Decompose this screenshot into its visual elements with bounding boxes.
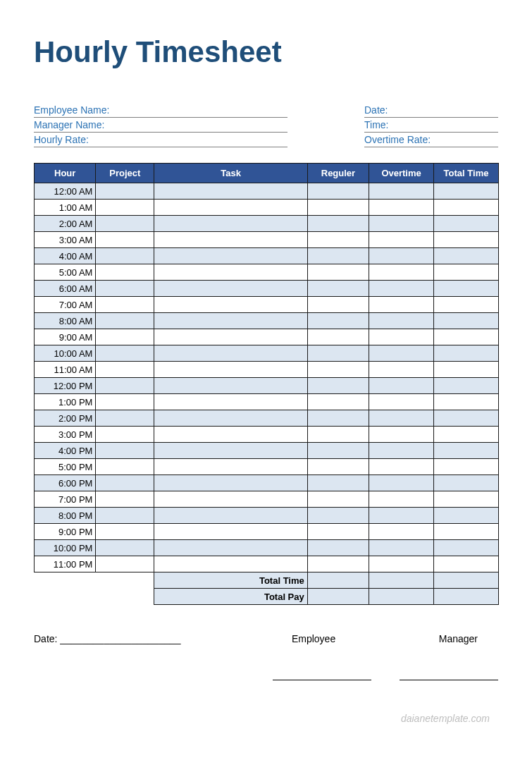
cell-task[interactable] xyxy=(154,329,307,345)
cell-task[interactable] xyxy=(154,313,307,329)
cell-overtime[interactable] xyxy=(369,313,434,329)
cell-reguler[interactable] xyxy=(307,232,369,248)
cell-overtime[interactable] xyxy=(369,345,434,362)
cell-project[interactable] xyxy=(96,264,154,281)
cell-total[interactable] xyxy=(434,281,499,297)
cell-overtime[interactable] xyxy=(369,183,434,200)
cell-total[interactable] xyxy=(434,410,499,427)
cell-total[interactable] xyxy=(434,313,499,329)
cell-overtime[interactable] xyxy=(369,524,434,540)
cell-project[interactable] xyxy=(96,216,154,232)
cell-total[interactable] xyxy=(434,183,499,200)
cell-total[interactable] xyxy=(434,540,499,556)
cell-task[interactable] xyxy=(154,281,307,297)
cell-task[interactable] xyxy=(154,378,307,394)
cell-reguler[interactable] xyxy=(307,443,369,459)
cell-project[interactable] xyxy=(96,232,154,248)
cell-total[interactable] xyxy=(434,264,499,281)
manager-signature-line[interactable] xyxy=(400,680,498,680)
employee-signature-line[interactable] xyxy=(273,680,371,680)
cell-reguler[interactable] xyxy=(307,216,369,232)
total-pay-overtime[interactable] xyxy=(369,589,434,605)
cell-task[interactable] xyxy=(154,264,307,281)
cell-project[interactable] xyxy=(96,410,154,427)
cell-project[interactable] xyxy=(96,459,154,475)
cell-project[interactable] xyxy=(96,329,154,345)
cell-project[interactable] xyxy=(96,556,154,572)
total-time-total[interactable] xyxy=(434,572,499,589)
cell-task[interactable] xyxy=(154,475,307,491)
cell-reguler[interactable] xyxy=(307,264,369,281)
cell-reguler[interactable] xyxy=(307,297,369,313)
total-time-reguler[interactable] xyxy=(307,572,369,589)
cell-overtime[interactable] xyxy=(369,491,434,508)
cell-reguler[interactable] xyxy=(307,329,369,345)
cell-total[interactable] xyxy=(434,427,499,443)
cell-project[interactable] xyxy=(96,475,154,491)
cell-task[interactable] xyxy=(154,443,307,459)
cell-total[interactable] xyxy=(434,329,499,345)
cell-project[interactable] xyxy=(96,183,154,200)
cell-task[interactable] xyxy=(154,200,307,216)
cell-reguler[interactable] xyxy=(307,313,369,329)
total-time-overtime[interactable] xyxy=(369,572,434,589)
cell-reguler[interactable] xyxy=(307,508,369,524)
cell-task[interactable] xyxy=(154,248,307,264)
total-pay-total[interactable] xyxy=(434,589,499,605)
cell-reguler[interactable] xyxy=(307,394,369,410)
cell-overtime[interactable] xyxy=(369,216,434,232)
cell-overtime[interactable] xyxy=(369,540,434,556)
cell-total[interactable] xyxy=(434,475,499,491)
cell-reguler[interactable] xyxy=(307,200,369,216)
cell-total[interactable] xyxy=(434,491,499,508)
overtime-rate-field[interactable]: Overtime Rate: xyxy=(364,133,498,147)
cell-task[interactable] xyxy=(154,524,307,540)
total-pay-reguler[interactable] xyxy=(307,589,369,605)
cell-total[interactable] xyxy=(434,556,499,572)
cell-project[interactable] xyxy=(96,524,154,540)
cell-overtime[interactable] xyxy=(369,248,434,264)
cell-project[interactable] xyxy=(96,200,154,216)
cell-project[interactable] xyxy=(96,427,154,443)
cell-task[interactable] xyxy=(154,297,307,313)
cell-reguler[interactable] xyxy=(307,248,369,264)
cell-overtime[interactable] xyxy=(369,362,434,378)
cell-task[interactable] xyxy=(154,183,307,200)
cell-task[interactable] xyxy=(154,459,307,475)
cell-overtime[interactable] xyxy=(369,508,434,524)
cell-overtime[interactable] xyxy=(369,200,434,216)
cell-project[interactable] xyxy=(96,491,154,508)
cell-task[interactable] xyxy=(154,540,307,556)
cell-total[interactable] xyxy=(434,345,499,362)
cell-overtime[interactable] xyxy=(369,378,434,394)
cell-reguler[interactable] xyxy=(307,540,369,556)
cell-task[interactable] xyxy=(154,362,307,378)
cell-reguler[interactable] xyxy=(307,427,369,443)
cell-total[interactable] xyxy=(434,524,499,540)
cell-project[interactable] xyxy=(96,248,154,264)
cell-total[interactable] xyxy=(434,362,499,378)
cell-total[interactable] xyxy=(434,394,499,410)
cell-overtime[interactable] xyxy=(369,427,434,443)
cell-task[interactable] xyxy=(154,216,307,232)
cell-total[interactable] xyxy=(434,443,499,459)
cell-project[interactable] xyxy=(96,345,154,362)
cell-overtime[interactable] xyxy=(369,264,434,281)
cell-task[interactable] xyxy=(154,508,307,524)
cell-task[interactable] xyxy=(154,410,307,427)
cell-total[interactable] xyxy=(434,508,499,524)
cell-overtime[interactable] xyxy=(369,329,434,345)
cell-overtime[interactable] xyxy=(369,475,434,491)
cell-reguler[interactable] xyxy=(307,281,369,297)
date-field[interactable]: Date: xyxy=(364,103,498,118)
cell-project[interactable] xyxy=(96,394,154,410)
cell-overtime[interactable] xyxy=(369,556,434,572)
cell-overtime[interactable] xyxy=(369,297,434,313)
cell-total[interactable] xyxy=(434,297,499,313)
cell-project[interactable] xyxy=(96,508,154,524)
cell-task[interactable] xyxy=(154,556,307,572)
employee-name-field[interactable]: Employee Name: xyxy=(34,103,287,118)
cell-reguler[interactable] xyxy=(307,183,369,200)
cell-task[interactable] xyxy=(154,491,307,508)
cell-overtime[interactable] xyxy=(369,281,434,297)
